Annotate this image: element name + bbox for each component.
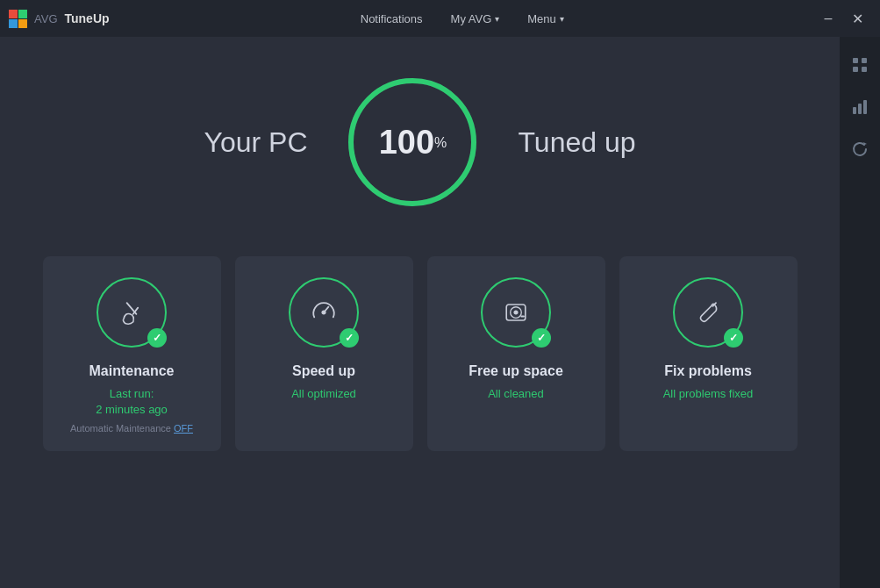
app-logo: [9, 10, 27, 28]
maintenance-icon-wrap: ✓: [97, 277, 167, 348]
score-percent: %: [434, 135, 447, 150]
titlebar-controls: – ✕: [815, 5, 871, 32]
menu-label: Menu: [527, 12, 556, 25]
bar-chart-button[interactable]: [844, 91, 876, 123]
score-number: 100: [379, 124, 434, 161]
grid-view-button[interactable]: [844, 49, 876, 81]
free-up-space-status: All cleaned: [488, 386, 544, 402]
svg-rect-11: [853, 58, 858, 63]
fix-problems-check-icon: ✓: [724, 328, 743, 348]
maintenance-check-icon: ✓: [147, 328, 167, 348]
score-label-right: Tuned up: [518, 126, 635, 159]
free-up-space-card[interactable]: ✓ Free up space All cleaned: [427, 256, 605, 451]
refresh-icon: [852, 141, 868, 157]
notifications-label: Notifications: [361, 12, 423, 25]
svg-point-8: [514, 311, 518, 314]
close-button[interactable]: ✕: [845, 5, 871, 32]
minimize-button[interactable]: –: [815, 5, 841, 32]
titlebar: AVG TuneUp Notifications My AVG ▾ Menu ▾…: [0, 0, 880, 37]
fix-problems-title: Fix problems: [664, 363, 752, 379]
speed-up-check-icon: ✓: [340, 328, 359, 348]
menu-nav[interactable]: Menu ▾: [522, 9, 569, 29]
bar-chart-icon: [852, 99, 868, 115]
my-avg-nav[interactable]: My AVG ▾: [446, 9, 505, 29]
grid-icon: [852, 57, 868, 73]
circle-text: 100%: [379, 124, 447, 161]
svg-rect-15: [853, 107, 856, 114]
my-avg-chevron-icon: ▾: [495, 14, 499, 24]
refresh-button[interactable]: [844, 133, 876, 165]
svg-rect-13: [853, 67, 858, 72]
speed-up-title: Speed up: [292, 363, 355, 379]
content-area: Your PC 100% Tuned up: [0, 37, 840, 588]
cards-section: ✓ Maintenance Last run: 2 minutes ago Au…: [43, 256, 798, 451]
fix-problems-status: All problems fixed: [663, 386, 754, 402]
hard-drive-icon: [500, 297, 532, 328]
fix-problems-card[interactable]: ✓ Fix problems All problems fixed: [619, 256, 798, 451]
speed-up-status: All optimized: [291, 386, 356, 402]
titlebar-left: AVG TuneUp: [9, 10, 110, 28]
main: Your PC 100% Tuned up: [0, 37, 880, 588]
svg-rect-17: [863, 100, 867, 114]
svg-rect-14: [862, 67, 867, 72]
broom-icon: [116, 297, 147, 328]
wrench-icon: [692, 297, 724, 328]
app-brand: AVG: [34, 12, 58, 25]
score-section: Your PC 100% Tuned up: [204, 72, 635, 212]
automatic-maintenance-toggle[interactable]: OFF: [174, 423, 193, 434]
free-up-space-icon-wrap: ✓: [481, 277, 551, 348]
svg-point-5: [322, 311, 326, 314]
titlebar-nav: Notifications My AVG ▾ Menu ▾: [355, 9, 569, 29]
speed-up-card[interactable]: ✓ Speed up All optimized: [235, 256, 413, 451]
maintenance-status: Last run: 2 minutes ago: [96, 386, 168, 418]
score-label-left: Your PC: [204, 126, 307, 159]
notifications-nav[interactable]: Notifications: [355, 9, 428, 29]
right-sidebar: [840, 37, 880, 588]
free-up-space-check-icon: ✓: [532, 328, 551, 348]
score-circle: 100%: [342, 72, 483, 212]
svg-rect-16: [858, 104, 862, 114]
maintenance-subtitle: Automatic Maintenance OFF: [70, 423, 193, 434]
speed-up-icon-wrap: ✓: [289, 277, 359, 348]
maintenance-title: Maintenance: [89, 363, 175, 379]
speedometer-icon: [308, 297, 340, 328]
maintenance-card[interactable]: ✓ Maintenance Last run: 2 minutes ago Au…: [43, 256, 221, 451]
menu-chevron-icon: ▾: [560, 14, 564, 24]
svg-rect-12: [862, 58, 867, 63]
fix-problems-icon-wrap: ✓: [673, 277, 743, 348]
my-avg-label: My AVG: [451, 12, 492, 25]
free-up-space-title: Free up space: [469, 363, 563, 379]
app-title: TuneUp: [65, 11, 110, 25]
